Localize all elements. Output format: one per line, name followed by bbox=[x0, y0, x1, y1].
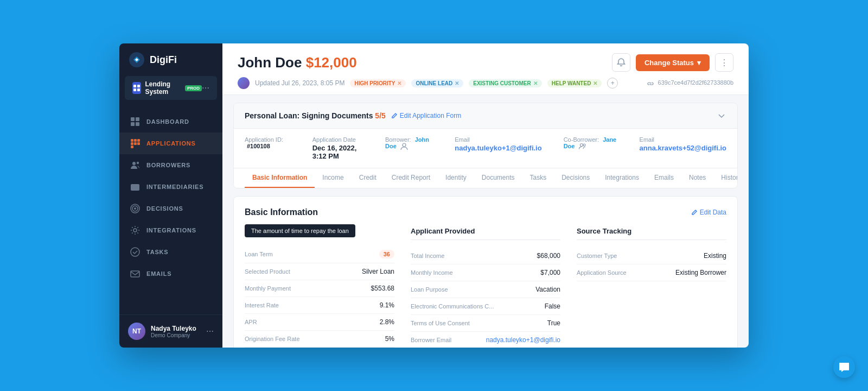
more-options-button[interactable]: ⋮ bbox=[715, 53, 733, 72]
date-label: Application Date bbox=[312, 136, 363, 143]
co-borrower-email: anna.kravets+52@digifi.io bbox=[640, 144, 726, 152]
link-icon bbox=[647, 80, 654, 87]
section-title: Basic Information bbox=[245, 207, 318, 217]
svg-rect-3 bbox=[133, 89, 136, 91]
email-label: Email bbox=[455, 136, 541, 143]
svg-point-28 bbox=[583, 144, 585, 146]
svg-rect-11 bbox=[137, 139, 140, 142]
sidebar-item-label: INTERMEDIARIES bbox=[146, 184, 203, 190]
content-header: John Doe $12,000 Change Status ▾ ⋮ bbox=[222, 43, 749, 95]
field-customer-type: Customer Type Existing bbox=[577, 248, 726, 264]
sidebar-item-label: EMAILS bbox=[146, 270, 171, 277]
user-company: Demo Company bbox=[151, 332, 201, 338]
field-apr: APR 2.8% bbox=[245, 314, 394, 331]
sidebar-item-intermediaries[interactable]: INTERMEDIARIES bbox=[119, 176, 222, 198]
notification-icon-btn[interactable] bbox=[612, 53, 630, 72]
svg-point-19 bbox=[137, 188, 139, 190]
tab-income[interactable]: Income bbox=[315, 168, 351, 188]
tag-help-wanted[interactable]: HELP WANTED ✕ bbox=[547, 79, 602, 87]
tab-basic-information[interactable]: Basic Information bbox=[245, 168, 315, 188]
sidebar-item-decisions[interactable]: DECISIONS bbox=[119, 198, 222, 219]
main-content: John Doe $12,000 Change Status ▾ ⋮ bbox=[222, 43, 749, 348]
logo-text: DigiFi bbox=[150, 54, 177, 66]
edit-pencil-icon bbox=[691, 209, 698, 216]
field-electronic-comms: Electronic Communications C... False bbox=[411, 298, 560, 315]
borrower-title: John Doe $12,000 bbox=[238, 54, 357, 71]
svg-rect-25 bbox=[131, 271, 139, 277]
svg-rect-15 bbox=[131, 146, 133, 148]
tag-close-icon[interactable]: ✕ bbox=[533, 80, 538, 86]
sidebar-item-label: DECISIONS bbox=[146, 205, 183, 212]
svg-rect-13 bbox=[134, 142, 137, 145]
field-monthly-income: Monthly Income $7,000 bbox=[411, 264, 560, 281]
svg-rect-4 bbox=[137, 89, 140, 91]
loan-column: The amount of time to repay the loan Loa… bbox=[245, 227, 394, 348]
tag-high-priority[interactable]: HIGH PRIORITY ✕ bbox=[350, 79, 406, 87]
person-icon bbox=[400, 143, 408, 150]
sidebar-item-label: TASKS bbox=[146, 249, 168, 255]
tag-online-lead[interactable]: ONLINE LEAD ✕ bbox=[411, 79, 463, 87]
svg-rect-10 bbox=[134, 139, 137, 142]
svg-point-17 bbox=[137, 162, 139, 164]
product-selector[interactable]: Lending System PROD ⋯ bbox=[125, 76, 217, 100]
product-badge: PROD bbox=[185, 85, 202, 91]
field-selected-product: Selected Product Silver Loan bbox=[245, 263, 394, 280]
tag-close-icon[interactable]: ✕ bbox=[397, 80, 401, 86]
sidebar-nav: DASHBOARD APPLICATIONS BORROWERS bbox=[119, 106, 222, 314]
app-id-label: Application ID: #100108 bbox=[245, 136, 291, 149]
app-date: Dec 16, 2022, 3:12 PM bbox=[312, 144, 363, 160]
change-status-button[interactable]: Change Status ▾ bbox=[636, 54, 710, 71]
sidebar-item-integrations[interactable]: INTEGRATIONS bbox=[119, 219, 222, 241]
tab-integrations[interactable]: Integrations bbox=[597, 168, 647, 188]
sidebar-item-emails[interactable]: EMAILS bbox=[119, 263, 222, 285]
sidebar-item-label: BORROWERS bbox=[146, 162, 190, 168]
svg-point-16 bbox=[132, 162, 136, 165]
product-menu-icon[interactable]: ⋯ bbox=[202, 84, 209, 92]
field-origination-fee-rate: Origination Fee Rate 5% bbox=[245, 331, 394, 348]
collapse-icon[interactable] bbox=[717, 111, 726, 121]
application-card: Personal Loan: Signing Documents 5/5 Edi… bbox=[233, 103, 738, 188]
tab-identity[interactable]: Identity bbox=[438, 168, 474, 188]
svg-rect-1 bbox=[133, 85, 136, 87]
chat-icon bbox=[839, 362, 850, 373]
info-grid: The amount of time to repay the loan Loa… bbox=[245, 227, 726, 348]
tab-credit[interactable]: Credit bbox=[352, 168, 384, 188]
svg-rect-9 bbox=[131, 139, 133, 142]
edit-application-form-link[interactable]: Edit Application Form bbox=[391, 112, 461, 119]
apps-icon bbox=[130, 138, 140, 148]
svg-rect-12 bbox=[131, 142, 133, 145]
svg-rect-18 bbox=[131, 184, 139, 191]
svg-point-22 bbox=[134, 207, 136, 210]
add-tag-button[interactable]: + bbox=[607, 78, 618, 89]
sidebar-item-label: INTEGRATIONS bbox=[146, 227, 196, 234]
product-name: Lending System bbox=[145, 80, 181, 96]
tab-history[interactable]: History bbox=[713, 168, 738, 188]
tag-existing-customer[interactable]: EXISTING CUSTOMER ✕ bbox=[469, 79, 542, 87]
sidebar-item-applications[interactable]: APPLICATIONS bbox=[119, 133, 222, 154]
chat-button[interactable] bbox=[833, 356, 855, 378]
check-circle-icon bbox=[130, 247, 140, 257]
col-header-applicant: Applicant Provided bbox=[411, 227, 560, 240]
tab-notes[interactable]: Notes bbox=[681, 168, 713, 188]
tab-documents[interactable]: Documents bbox=[474, 168, 522, 188]
sidebar-item-tasks[interactable]: TASKS bbox=[119, 241, 222, 263]
borrower-email: nadya.tuleyko+1@digifi.io bbox=[455, 144, 541, 152]
bell-icon bbox=[617, 58, 626, 67]
tab-emails[interactable]: Emails bbox=[647, 168, 681, 188]
tag-close-icon[interactable]: ✕ bbox=[593, 80, 597, 86]
co-email-label: Email bbox=[640, 136, 726, 143]
tab-tasks[interactable]: Tasks bbox=[522, 168, 554, 188]
wallet-icon bbox=[130, 182, 140, 192]
sidebar-item-borrowers[interactable]: BORROWERS bbox=[119, 154, 222, 176]
user-menu-icon[interactable]: ⋯ bbox=[206, 327, 214, 336]
sidebar-item-label: APPLICATIONS bbox=[146, 140, 196, 147]
tag-close-icon[interactable]: ✕ bbox=[455, 80, 459, 86]
tab-decisions[interactable]: Decisions bbox=[554, 168, 597, 188]
basic-info-section: Basic Information Edit Data The amount o… bbox=[233, 196, 738, 348]
grid-icon bbox=[130, 117, 140, 127]
sidebar-item-label: DASHBOARD bbox=[146, 118, 189, 125]
edit-data-button[interactable]: Edit Data bbox=[691, 209, 726, 216]
tab-credit-report[interactable]: Credit Report bbox=[384, 168, 438, 188]
sidebar-item-dashboard[interactable]: DASHBOARD bbox=[119, 111, 222, 133]
field-loan-term: Loan Term 36 bbox=[245, 245, 394, 263]
